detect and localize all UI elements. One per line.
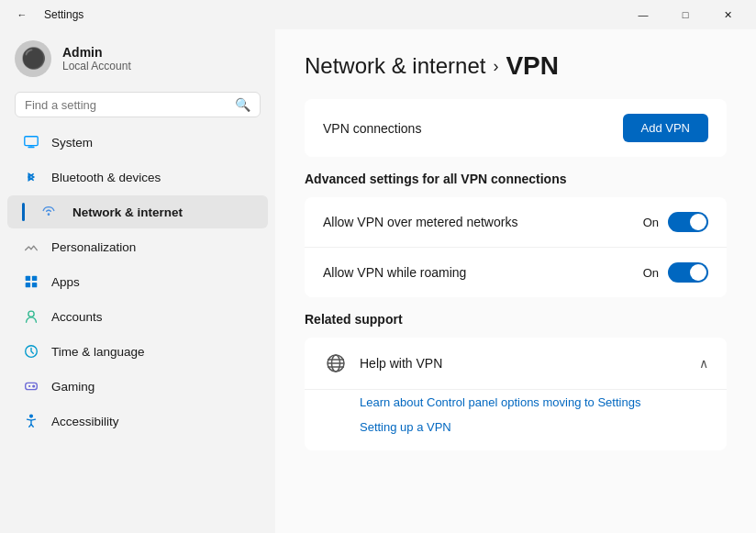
svg-point-8 <box>28 311 34 316</box>
chevron-up-icon: ∧ <box>699 356 708 371</box>
maximize-button[interactable]: □ <box>664 0 706 29</box>
sidebar-item-time-label: Time & language <box>51 345 145 359</box>
sidebar-item-gaming-label: Gaming <box>51 380 94 394</box>
svg-rect-10 <box>26 383 38 389</box>
page-header: Network & internet › VPN <box>275 29 756 99</box>
sidebar-item-personalization-label: Personalization <box>51 240 136 254</box>
help-vpn-label: Help with VPN <box>360 356 442 371</box>
setting-row-roaming: Allow VPN while roaming On <box>305 248 727 297</box>
user-subtitle: Local Account <box>62 60 131 72</box>
main-content: Network & internet › VPN VPN connections… <box>275 29 756 533</box>
svg-rect-7 <box>32 283 37 287</box>
sidebar-item-accounts[interactable]: Accounts <box>7 300 268 333</box>
network-icon <box>39 203 58 221</box>
gaming-icon <box>22 377 40 395</box>
svg-rect-0 <box>25 137 38 146</box>
advanced-settings-card: Allow VPN over metered networks On Allow… <box>305 197 727 297</box>
sidebar-item-time[interactable]: Time & language <box>7 335 268 368</box>
sidebar-item-bluetooth[interactable]: Bluetooth & devices <box>7 161 268 194</box>
sidebar-item-personalization[interactable]: Personalization <box>7 230 268 263</box>
system-icon <box>22 133 40 151</box>
minimize-button[interactable]: — <box>622 0 664 29</box>
avatar-icon: ⚫ <box>21 47 46 71</box>
user-info: Admin Local Account <box>62 45 131 72</box>
sidebar-item-system-label: System <box>51 136 93 150</box>
sidebar-item-accessibility-label: Accessibility <box>51 415 119 428</box>
related-support-title: Related support <box>305 312 727 327</box>
support-links: Learn about Control panel options moving… <box>305 389 727 450</box>
sidebar-item-network[interactable]: Network & internet <box>7 195 268 228</box>
setting-roaming-right: On <box>643 262 708 283</box>
personalization-icon <box>22 238 40 256</box>
search-icon: 🔍 <box>235 97 250 112</box>
advanced-settings-title: Advanced settings for all VPN connection… <box>305 172 727 186</box>
sidebar-item-accounts-label: Accounts <box>51 310 103 324</box>
toggle-roaming[interactable] <box>668 262 708 283</box>
time-icon <box>22 342 40 361</box>
page-title: VPN <box>506 51 559 81</box>
svg-point-13 <box>33 385 35 387</box>
support-link-1[interactable]: Setting up a VPN <box>360 415 708 439</box>
apps-icon <box>22 272 40 291</box>
avatar: ⚫ <box>15 40 51 77</box>
vpn-connections-row: VPN connections Add VPN <box>305 99 727 157</box>
breadcrumb-parent: Network & internet <box>305 53 485 79</box>
window-title: Settings <box>44 8 83 21</box>
user-name: Admin <box>62 45 131 60</box>
sidebar-item-apps[interactable]: Apps <box>7 265 268 298</box>
bluetooth-icon <box>22 168 40 186</box>
related-support-card: Help with VPN ∧ Learn about Control pane… <box>305 338 727 450</box>
setting-metered-status: On <box>643 216 659 229</box>
sidebar-item-apps-label: Apps <box>51 275 80 289</box>
vpn-connections-label: VPN connections <box>323 121 421 136</box>
back-button[interactable]: ← <box>7 0 37 29</box>
sidebar-item-gaming[interactable]: Gaming <box>7 370 268 403</box>
search-box[interactable]: 🔍 <box>15 92 261 117</box>
toggle-metered[interactable] <box>668 212 708 232</box>
sidebar: ⚫ Admin Local Account 🔍 System Bluetooth… <box>0 29 275 533</box>
active-bar <box>22 203 25 221</box>
help-vpn-row[interactable]: Help with VPN ∧ <box>305 338 727 389</box>
sidebar-item-system[interactable]: System <box>7 126 268 159</box>
window-controls: — □ ✕ <box>622 0 749 29</box>
breadcrumb-chevron: › <box>493 57 498 76</box>
setting-metered-right: On <box>643 212 708 232</box>
globe-icon <box>323 350 349 376</box>
svg-rect-6 <box>26 283 30 287</box>
support-link-0[interactable]: Learn about Control panel options moving… <box>360 390 708 415</box>
window: ⚫ Admin Local Account 🔍 System Bluetooth… <box>0 29 756 533</box>
accessibility-icon <box>22 412 40 430</box>
toggle-metered-thumb <box>690 214 706 230</box>
titlebar: ← Settings — □ ✕ <box>0 0 756 29</box>
setting-roaming-label: Allow VPN while roaming <box>323 265 466 280</box>
help-vpn-left: Help with VPN <box>323 350 442 376</box>
accounts-icon <box>22 307 40 326</box>
search-input[interactable] <box>25 98 228 112</box>
sidebar-item-accessibility[interactable]: Accessibility <box>7 405 268 438</box>
vpn-connections-card: VPN connections Add VPN <box>305 99 727 157</box>
setting-roaming-status: On <box>643 266 659 280</box>
setting-row-metered: Allow VPN over metered networks On <box>305 197 727 248</box>
close-button[interactable]: ✕ <box>706 0 749 29</box>
sidebar-item-bluetooth-label: Bluetooth & devices <box>51 171 161 184</box>
sidebar-item-network-label: Network & internet <box>72 205 183 219</box>
svg-rect-4 <box>26 276 30 281</box>
toggle-roaming-thumb <box>690 264 706 281</box>
svg-rect-1 <box>28 147 34 149</box>
user-section: ⚫ Admin Local Account <box>0 29 275 92</box>
svg-point-14 <box>30 415 33 417</box>
content-area: VPN connections Add VPN Advanced setting… <box>275 99 756 450</box>
svg-rect-5 <box>32 276 37 281</box>
add-vpn-button[interactable]: Add VPN <box>623 114 708 142</box>
svg-point-3 <box>48 213 50 216</box>
setting-metered-label: Allow VPN over metered networks <box>323 215 517 229</box>
